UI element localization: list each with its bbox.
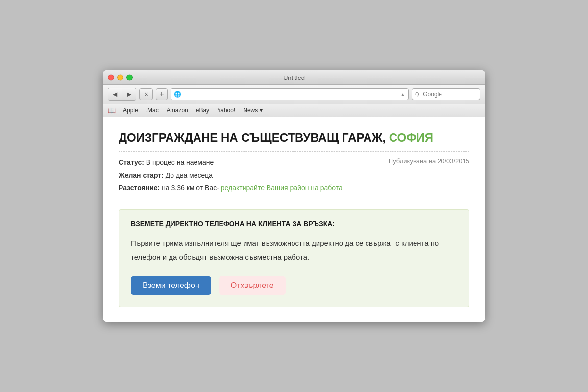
bookmark-yahoo[interactable]: Yahoo! [214,106,239,115]
bookmark-news[interactable]: News ▾ [240,106,266,115]
title-main: ДОИЗГРАЖДАНЕ НА СЪЩЕСТВУВАЩ ГАРАЖ, [119,131,386,144]
distance-row: Разстояние: на 3.36 км от Вас- редактира… [119,183,469,193]
browser-window: Untitled ◀ ▶ ✕ + 🌐 ▲ Q- 📖 Apple [103,70,485,322]
window-title: Untitled [283,74,305,81]
forward-icon: ▶ [127,91,131,98]
distance-edit-link[interactable]: редактирайте Вашия район на работа [221,184,343,192]
start-label: Желан старт: [119,171,164,179]
bookmark-mac[interactable]: .Mac [143,106,162,115]
toolbar: ◀ ▶ ✕ + 🌐 ▲ Q- [103,85,485,104]
cta-text: Първите трима изпълнителя ще имат възмож… [131,236,457,264]
cta-buttons: Вземи телефон Отхвърлете [131,276,457,295]
search-input[interactable] [423,91,467,98]
plus-icon: + [159,90,164,99]
close-button[interactable] [108,74,114,80]
bookmark-ebay[interactable]: eBay [193,106,213,115]
stop-button[interactable]: ✕ [139,88,153,100]
meta-section: Публикувана на 20/03/2015 Статус: В проц… [119,157,469,202]
bookmark-amazon[interactable]: Amazon [163,106,192,115]
address-bar[interactable]: 🌐 ▲ [171,88,409,100]
start-row: Желан старт: До два месеца [119,170,469,181]
stop-icon: ✕ [144,91,148,98]
new-tab-button[interactable]: + [156,88,168,100]
address-input[interactable] [183,91,398,98]
nav-buttons: ◀ ▶ [108,88,136,101]
title-city: СОФИЯ [389,131,433,144]
search-bar[interactable]: Q- [412,88,480,100]
start-value: До два месеца [166,171,213,179]
title-bar: Untitled [103,70,485,85]
reject-button[interactable]: Отхвърлете [219,276,286,295]
get-phone-button[interactable]: Вземи телефон [131,276,211,295]
page-title: ДОИЗГРАЖДАНЕ НА СЪЩЕСТВУВАЩ ГАРАЖ, СОФИЯ [119,131,469,152]
page-content: ДОИЗГРАЖДАНЕ НА СЪЩЕСТВУВАЩ ГАРАЖ, СОФИЯ… [103,117,485,322]
status-label: Статус: [119,158,144,166]
minimize-button[interactable] [117,74,123,80]
status-value: В процес на наемане [146,158,214,166]
publish-date: Публикувана на 20/03/2015 [389,157,469,165]
globe-icon: 🌐 [174,91,181,98]
cta-title: ВЗЕМЕТЕ ДИРЕКТНО ТЕЛЕФОНА НА КЛИЕНТА ЗА … [131,220,457,228]
bookmarks-bar: 📖 Apple .Mac Amazon eBay Yahoo! News ▾ [103,104,485,117]
traffic-lights [108,74,133,80]
search-magnifier-icon: Q- [415,91,421,97]
bookmarks-icon: 📖 [108,107,116,114]
back-icon: ◀ [113,91,117,98]
maximize-button[interactable] [126,74,133,80]
bookmark-apple[interactable]: Apple [120,106,142,115]
distance-label: Разстояние: [119,184,160,192]
address-arrow-icon: ▲ [400,92,405,97]
distance-value: на 3.36 км от Вас- [162,184,219,192]
cta-box: ВЗЕМЕТЕ ДИРЕКТНО ТЕЛЕФОНА НА КЛИЕНТА ЗА … [119,209,469,307]
forward-button[interactable]: ▶ [122,88,136,100]
back-button[interactable]: ◀ [108,88,122,100]
